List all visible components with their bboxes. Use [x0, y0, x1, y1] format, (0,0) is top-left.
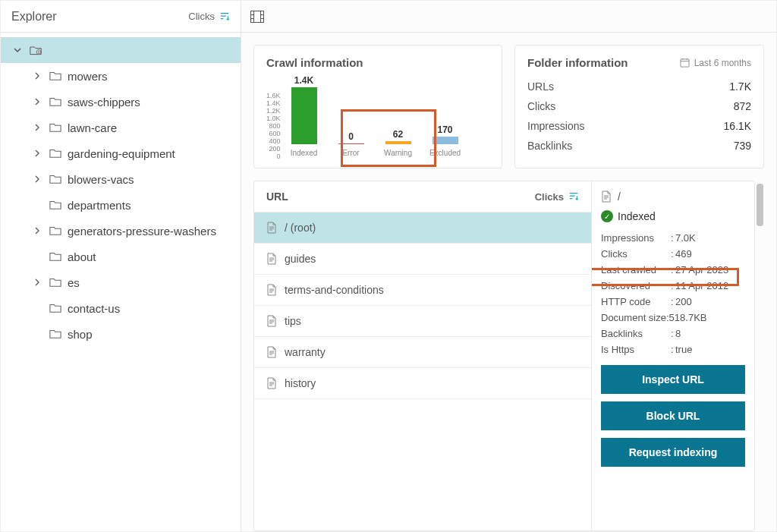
page-icon	[266, 377, 277, 389]
tree-item-about[interactable]: about	[1, 244, 241, 269]
page-icon	[266, 222, 277, 234]
bar-warning[interactable]: 62 Warning	[379, 129, 417, 157]
tree-item-generators-pressure-washers[interactable]: generators-pressure-washers	[1, 218, 241, 244]
stat-row: Backlinks739	[527, 136, 751, 156]
tree-item-contact-us[interactable]: contact-us	[1, 295, 241, 321]
request-indexing-button[interactable]: Request indexing	[601, 438, 745, 467]
detail-row: Clicks: 469	[601, 246, 745, 262]
tree-item-lawn-care[interactable]: lawn-care	[1, 115, 241, 140]
tree-item-gardening-equipment[interactable]: gardening-equipment	[1, 140, 241, 166]
chevron-right-icon	[31, 227, 43, 235]
crawl-card-title: Crawl information	[266, 56, 489, 69]
detail-row: Is Https: true	[601, 342, 745, 357]
globe-folder-icon	[30, 45, 42, 55]
folder-icon	[49, 303, 61, 313]
date-range[interactable]: Last 6 months	[680, 58, 751, 68]
tree-item-label: gardening-equipment	[68, 147, 175, 160]
check-icon: ✓	[601, 210, 613, 222]
detail-row: Document size: 518.7KB	[601, 310, 745, 326]
tree-item-es[interactable]: es	[1, 269, 241, 295]
url-item[interactable]: terms-and-conditions	[254, 275, 591, 306]
folder-icon	[49, 251, 61, 262]
stat-row: Impressions16.1K	[527, 116, 751, 136]
filmstrip-icon[interactable]	[250, 11, 264, 23]
detail-row: Discovered: 11 Apr 2012	[601, 278, 745, 294]
folder-icon	[49, 277, 61, 288]
tree-item-blowers-vacs[interactable]: blowers-vacs	[1, 166, 241, 192]
crawl-info-card: Crawl information 1.6K1.4K1.2K1.0K800600…	[253, 45, 502, 168]
chevron-right-icon	[31, 150, 43, 157]
detail-row: Backlinks: 8	[601, 326, 745, 342]
url-item[interactable]: guides	[254, 244, 591, 275]
chevron-right-icon	[31, 72, 43, 80]
chevron-right-icon	[31, 175, 43, 183]
tree-item-label: saws-chippers	[68, 96, 140, 109]
svg-rect-2	[251, 11, 254, 22]
chart-y-axis: 1.6K1.4K1.2K1.0K8006004002000	[266, 92, 284, 157]
sort-desc-icon	[568, 191, 579, 202]
folder-info-card: Folder information Last 6 months URLs1.7…	[514, 45, 764, 168]
url-item[interactable]: history	[254, 368, 591, 399]
bar-excluded[interactable]: 170 Excluded	[426, 124, 464, 157]
block-url-button[interactable]: Block URL	[601, 401, 745, 430]
chevron-right-icon	[31, 98, 43, 105]
folder-tree: mowerssaws-chipperslawn-caregardening-eq…	[1, 33, 241, 347]
folder-icon	[49, 122, 61, 133]
tree-item-label: blowers-vacs	[68, 173, 134, 186]
page-icon	[266, 253, 277, 265]
calendar-icon	[680, 58, 690, 68]
detail-row: Last crawled: 27 Apr 2023	[601, 262, 745, 278]
chevron-down-icon	[11, 46, 24, 55]
folder-icon	[49, 96, 61, 107]
tree-root[interactable]	[1, 37, 241, 63]
tree-item-shop[interactable]: shop	[1, 321, 241, 347]
tree-item-label: generators-pressure-washers	[68, 225, 216, 238]
page-icon	[266, 315, 277, 327]
url-item[interactable]: warranty	[254, 337, 591, 368]
folder-icon	[49, 71, 61, 81]
crawl-chart: 1.6K1.4K1.2K1.0K8006004002000 1.4K Index…	[266, 77, 489, 157]
stat-row: Clicks872	[527, 96, 751, 116]
tree-item-saws-chippers[interactable]: saws-chippers	[1, 89, 241, 115]
tree-item-label: about	[68, 250, 96, 263]
main-area: Crawl information 1.6K1.4K1.2K1.0K800600…	[241, 1, 776, 531]
folder-icon	[49, 200, 61, 210]
url-detail-panel: / ✓ Indexed Impressions: 7.0KClicks: 469…	[591, 181, 755, 531]
svg-rect-3	[261, 11, 264, 22]
sidebar-sort[interactable]: Clicks	[188, 11, 230, 22]
url-list-header: URL Clicks	[254, 181, 591, 212]
chevron-right-icon	[31, 279, 43, 286]
bar-indexed[interactable]: 1.4K Indexed	[285, 75, 323, 157]
url-sort[interactable]: Clicks	[535, 191, 579, 203]
sort-desc-icon	[219, 11, 230, 22]
tree-item-label: es	[68, 276, 80, 289]
explorer-sidebar: Explorer Clicks mowerssaws-chipperslawn-…	[1, 1, 241, 531]
detail-scrollbar-track	[755, 181, 764, 531]
sidebar-header: Explorer Clicks	[1, 1, 241, 33]
tree-item-label: departments	[68, 199, 131, 212]
scrollbar-thumb[interactable]	[757, 184, 763, 226]
url-list: URL Clicks / (root)guidesterms-and-condi…	[253, 181, 591, 531]
svg-rect-4	[681, 59, 689, 67]
detail-row: Impressions: 7.0K	[601, 230, 745, 246]
chevron-right-icon	[31, 124, 43, 131]
url-header-label: URL	[266, 190, 288, 203]
tree-item-label: lawn-care	[68, 121, 117, 134]
tree-item-mowers[interactable]: mowers	[1, 63, 241, 89]
detail-row: HTTP code: 200	[601, 294, 745, 310]
inspect-url-button[interactable]: Inspect URL	[601, 365, 745, 394]
tree-item-label: contact-us	[68, 302, 120, 315]
url-item[interactable]: / (root)	[254, 212, 591, 244]
folder-stats: URLs1.7KClicks872Impressions16.1KBacklin…	[527, 77, 751, 156]
bar-error[interactable]: 0 Error	[332, 131, 370, 157]
tree-item-label: mowers	[68, 70, 108, 83]
index-status: ✓ Indexed	[601, 210, 745, 222]
sidebar-title: Explorer	[11, 10, 57, 24]
folder-icon	[49, 225, 61, 236]
tree-item-label: shop	[68, 328, 93, 341]
folder-card-title: Folder information	[527, 56, 628, 69]
page-icon	[601, 190, 612, 203]
url-item[interactable]: tips	[254, 306, 591, 337]
folder-icon	[49, 329, 61, 339]
tree-item-departments[interactable]: departments	[1, 192, 241, 218]
